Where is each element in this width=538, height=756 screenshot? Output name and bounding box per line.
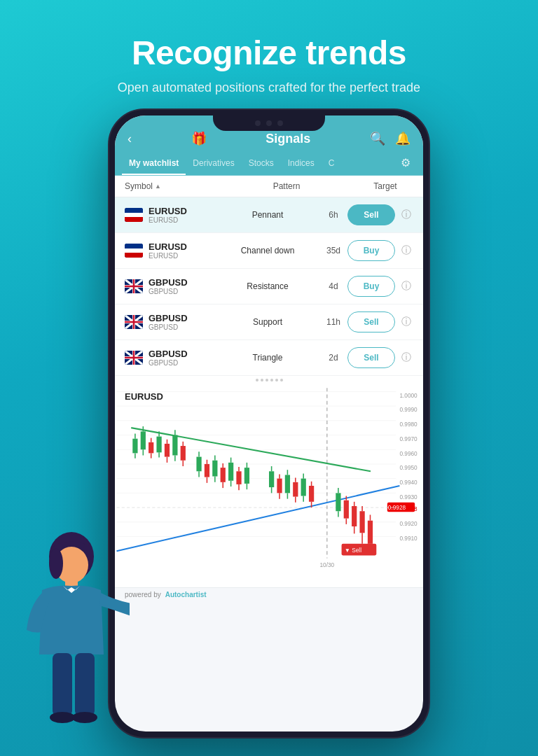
pattern-label: Triangle	[216, 353, 319, 363]
svg-rect-84	[236, 471, 241, 484]
hero-subtitle: Open automated positions crafted for the…	[0, 80, 538, 95]
svg-rect-93	[277, 479, 282, 493]
info-icon[interactable]: ⓘ	[399, 209, 413, 221]
target-column-header: Target	[357, 181, 413, 191]
person-illustration	[14, 528, 130, 746]
symbol-sub: EURUSD	[149, 252, 187, 260]
pattern-label: Support	[216, 317, 319, 327]
svg-text:0.9960: 0.9960	[399, 451, 418, 457]
symbol-name: EURUSD	[149, 241, 187, 252]
buy-button[interactable]: Buy	[347, 276, 395, 297]
time-label: 4d	[319, 281, 347, 291]
svg-rect-131	[53, 653, 72, 716]
pattern-column-header: Pattern	[216, 181, 357, 191]
svg-text:0.9980: 0.9980	[399, 421, 418, 428]
signal-row[interactable]: GBPUSDGBPUSDResistance4dBuyⓘ	[115, 269, 423, 304]
svg-point-128	[49, 548, 63, 579]
signal-row[interactable]: GBPUSDGBPUSDTriangle2dSellⓘ	[115, 340, 423, 376]
svg-rect-111	[344, 500, 349, 519]
svg-rect-108	[336, 493, 340, 511]
hero-title: Recognize trends	[0, 0, 538, 72]
svg-point-133	[50, 712, 75, 723]
time-label: 2d	[319, 353, 347, 363]
tab-indices[interactable]: Indices	[281, 154, 322, 172]
phone-notch	[213, 115, 325, 131]
info-icon[interactable]: ⓘ	[399, 244, 413, 257]
back-button[interactable]: ‹	[127, 132, 132, 146]
svg-text:0.9970: 0.9970	[399, 436, 418, 442]
drag-handle	[115, 376, 423, 384]
symbol-block: EURUSDEURUSD	[125, 241, 216, 260]
pattern-label: Resistance	[216, 281, 319, 291]
svg-rect-117	[359, 511, 364, 533]
svg-rect-63	[172, 435, 177, 456]
signal-row[interactable]: GBPUSDGBPUSDSupport11hSellⓘ	[115, 304, 423, 340]
symbol-name: GBPUSD	[149, 349, 188, 359]
symbol-sub: GBPUSD	[149, 359, 188, 367]
tab-my-watchlist[interactable]: My watchlist	[122, 154, 186, 172]
tab-more[interactable]: C	[322, 154, 342, 172]
svg-rect-102	[301, 479, 306, 496]
svg-text:▼ Sell: ▼ Sell	[345, 547, 361, 554]
svg-rect-48	[132, 439, 137, 454]
buy-button[interactable]: Buy	[347, 240, 395, 261]
column-headers: Symbol ▲ Pattern Target	[115, 176, 423, 197]
info-icon[interactable]: ⓘ	[399, 316, 413, 328]
chart-area: EURUSD 1.0000 0.9990 0.9980 0.9970 0.996…	[115, 384, 423, 587]
svg-rect-87	[244, 468, 249, 484]
volume-up-button	[108, 194, 109, 218]
info-icon[interactable]: ⓘ	[399, 351, 413, 364]
powered-by-label: powered by	[125, 591, 161, 598]
pattern-label: Pennant	[216, 210, 319, 220]
symbol-block: GBPUSDGBPUSD	[125, 349, 216, 367]
symbol-name: GBPUSD	[149, 277, 188, 288]
sell-button[interactable]: Sell	[347, 204, 395, 225]
svg-rect-114	[352, 506, 357, 526]
sell-button[interactable]: Sell	[347, 312, 395, 332]
symbol-block: GBPUSDGBPUSD	[125, 277, 216, 295]
chart-symbol-label: EURUSD	[125, 391, 163, 402]
info-icon[interactable]: ⓘ	[399, 280, 413, 293]
symbol-sub: GBPUSD	[149, 323, 188, 331]
svg-text:0.9990: 0.9990	[399, 407, 418, 413]
svg-text:0.9920: 0.9920	[399, 521, 418, 527]
app-title: Signals	[265, 132, 310, 146]
signal-row[interactable]: EURUSDEURUSDPennant6hSellⓘ	[115, 197, 423, 233]
time-label: 6h	[319, 210, 347, 220]
chart-footer: powered by Autochartist	[115, 587, 423, 601]
svg-text:10/30: 10/30	[320, 562, 335, 568]
tab-stocks[interactable]: Stocks	[242, 154, 281, 172]
svg-text:0.9928: 0.9928	[388, 505, 406, 511]
settings-icon[interactable]: ⚙	[395, 153, 416, 172]
gift-icon[interactable]: 🎁	[191, 131, 207, 146]
svg-rect-54	[149, 442, 153, 454]
power-button	[429, 208, 430, 250]
svg-text:0.9930: 0.9930	[399, 494, 418, 500]
sell-button[interactable]: Sell	[347, 347, 395, 368]
search-icon[interactable]: 🔍	[370, 131, 385, 146]
svg-point-134	[72, 712, 97, 723]
svg-rect-57	[156, 437, 161, 453]
svg-text:0.9940: 0.9940	[399, 479, 418, 486]
signal-list: EURUSDEURUSDPennant6hSellⓘEURUSDEURUSDCh…	[115, 197, 423, 376]
svg-text:0.9910: 0.9910	[399, 536, 418, 542]
tab-bar: My watchlist Derivatives Stocks Indices …	[115, 153, 423, 176]
phone-frame: ‹ 🎁 Signals 🔍 🔔 My watchlist Derivatives…	[108, 108, 430, 738]
tab-derivatives[interactable]: Derivatives	[186, 154, 241, 172]
svg-rect-99	[293, 482, 298, 497]
svg-text:1.0000: 1.0000	[399, 393, 418, 399]
svg-rect-90	[269, 471, 274, 487]
symbol-name: EURUSD	[149, 206, 187, 216]
svg-text:0.9950: 0.9950	[399, 465, 418, 471]
symbol-sub: GBPUSD	[149, 288, 188, 295]
candlestick-chart: 1.0000 0.9990 0.9980 0.9970 0.9960 0.995…	[115, 384, 423, 587]
svg-rect-132	[75, 653, 95, 716]
svg-line-47	[117, 486, 400, 551]
svg-rect-69	[196, 457, 201, 472]
svg-rect-72	[205, 464, 209, 477]
signal-row[interactable]: EURUSDEURUSDChannel down35dBuyⓘ	[115, 233, 423, 269]
bell-icon[interactable]: 🔔	[395, 131, 411, 146]
symbol-block: EURUSDEURUSD	[125, 206, 216, 224]
svg-rect-96	[285, 475, 290, 493]
time-label: 35d	[319, 246, 347, 255]
